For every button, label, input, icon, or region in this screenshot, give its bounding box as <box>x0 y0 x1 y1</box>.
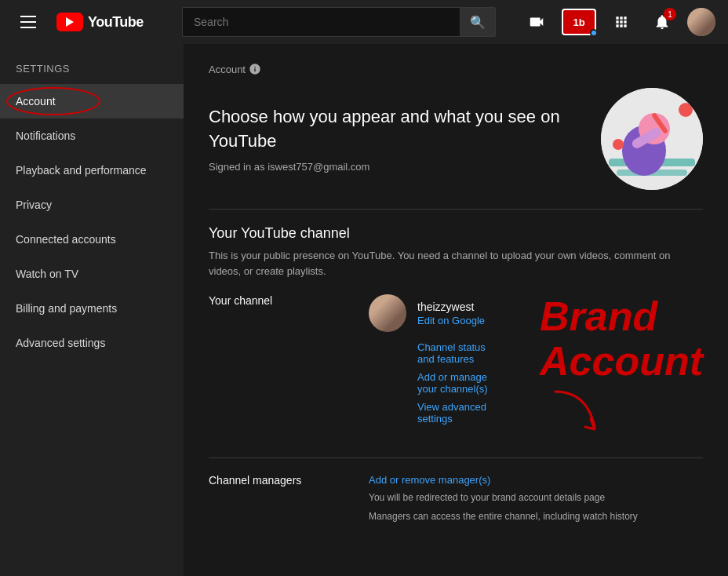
hero-section: Choose how you appear and what you see o… <box>209 88 703 190</box>
settings-content: Account Choose how you appear and what y… <box>184 44 728 576</box>
create-icon <box>528 13 545 31</box>
edit-on-google-link[interactable]: Edit on Google <box>417 315 485 326</box>
sidebar-item-playback[interactable]: Playback and performance <box>0 153 184 188</box>
channel-status-link[interactable]: Channel status and features <box>417 341 505 365</box>
managers-section: Channel managers Add or remove manager(s… <box>209 474 703 523</box>
hamburger-button[interactable] <box>13 6 44 38</box>
sidebar-item-privacy[interactable]: Privacy <box>0 188 184 222</box>
svg-point-7 <box>679 103 693 117</box>
add-remove-managers-link[interactable]: Add or remove manager(s) <box>369 474 638 486</box>
arrow-annotation-container <box>540 384 610 439</box>
your-channel-label: Your channel <box>209 294 350 439</box>
hero-text: Choose how you appear and what you see o… <box>209 105 570 173</box>
sidebar-item-watch-on-tv[interactable]: Watch on TV <box>0 257 184 291</box>
arrow-annotation-svg <box>540 384 610 439</box>
channel-avatar <box>369 294 406 332</box>
breadcrumb: Account <box>209 63 703 75</box>
svg-point-8 <box>613 139 624 150</box>
channel-switcher-button[interactable]: 1b <box>562 9 596 35</box>
create-button[interactable] <box>521 6 552 38</box>
youtube-logo[interactable]: YouTube <box>56 13 144 31</box>
breadcrumb-text: Account <box>209 64 246 75</box>
your-channel-heading: Your YouTube channel <box>209 225 703 242</box>
sidebar-item-billing-label: Billing and payments <box>16 302 117 315</box>
channel-dot <box>590 29 598 37</box>
user-avatar[interactable] <box>687 8 715 36</box>
sidebar-item-notifications[interactable]: Notifications <box>0 118 184 153</box>
avatar-image <box>687 8 715 36</box>
channel-name: theizzywest <box>417 301 485 313</box>
sidebar-item-billing[interactable]: Billing and payments <box>0 291 184 326</box>
search-input[interactable] <box>182 7 460 37</box>
section-divider-2 <box>209 458 703 458</box>
brand-account-text: BrandAccount <box>540 294 703 384</box>
view-advanced-link[interactable]: View advanced settings <box>417 401 505 425</box>
managers-desc-2: Managers can access the entire channel, … <box>369 509 638 523</box>
hamburger-icon <box>20 16 36 28</box>
main-layout: SETTINGS Account Notifications Playback … <box>0 44 728 576</box>
hero-illustration <box>601 88 703 190</box>
topnav-left: YouTube <box>13 6 169 38</box>
youtube-logo-icon <box>56 13 83 31</box>
channel-abbr: 1b <box>573 16 584 28</box>
youtube-logo-text: YouTube <box>88 14 144 31</box>
search-button[interactable]: 🔍 <box>460 7 496 37</box>
managers-desc-1: You will be redirected to your brand acc… <box>369 490 638 505</box>
channel-name-group: theizzywest Edit on Google <box>417 301 485 326</box>
managers-content: Add or remove manager(s) You will be red… <box>369 474 638 523</box>
info-icon <box>249 63 261 75</box>
sidebar-item-watchtv-label: Watch on TV <box>16 268 78 280</box>
settings-sidebar: SETTINGS Account Notifications Playback … <box>0 44 184 576</box>
search-container: 🔍 <box>182 7 496 37</box>
channel-managers-label: Channel managers <box>209 474 350 523</box>
your-channel-description: This is your public presence on YouTube.… <box>209 248 703 279</box>
sidebar-item-advanced[interactable]: Advanced settings <box>0 326 184 360</box>
sidebar-item-notifications-label: Notifications <box>16 129 75 142</box>
sidebar-title: SETTINGS <box>0 57 184 84</box>
brand-account-annotation: BrandAccount <box>540 294 703 439</box>
apps-button[interactable] <box>606 6 637 38</box>
sidebar-item-privacy-label: Privacy <box>16 199 52 211</box>
sidebar-item-connected-accounts[interactable]: Connected accounts <box>0 222 184 257</box>
topnav-right: 1b 1 <box>521 6 715 38</box>
channel-row: Your channel theizzywest Edit on Google … <box>209 294 703 439</box>
signed-in-text: Signed in as iswest757@gmail.com <box>209 161 570 173</box>
search-icon: 🔍 <box>470 15 486 30</box>
channel-identity: theizzywest Edit on Google <box>369 294 505 332</box>
manage-channels-link[interactable]: Add or manage your channel(s) <box>417 371 505 395</box>
sidebar-item-account-label: Account <box>16 95 56 108</box>
notifications-button[interactable]: 1 <box>646 6 678 38</box>
channel-details: theizzywest Edit on Google Channel statu… <box>369 294 505 439</box>
hero-svg <box>601 88 703 190</box>
sidebar-item-connected-label: Connected accounts <box>16 233 116 246</box>
sidebar-item-playback-label: Playback and performance <box>16 164 147 177</box>
apps-icon <box>613 14 629 30</box>
channel-actions: Channel status and features Add or manag… <box>417 341 505 425</box>
section-divider-1 <box>209 209 703 210</box>
top-navigation: YouTube 🔍 1b 1 <box>0 0 728 44</box>
sidebar-item-advanced-label: Advanced settings <box>16 337 105 349</box>
notification-badge: 1 <box>664 8 676 20</box>
hero-heading: Choose how you appear and what you see o… <box>209 105 570 154</box>
sidebar-item-account[interactable]: Account <box>0 84 184 118</box>
